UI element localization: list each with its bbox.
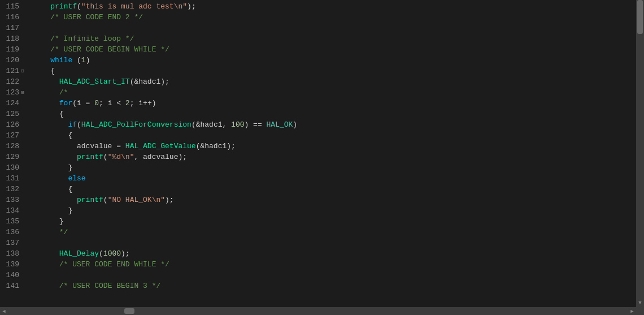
token-plain: ) bbox=[293, 120, 297, 129]
scroll-right-button[interactable]: ▶ bbox=[628, 307, 636, 315]
token-plain bbox=[33, 13, 50, 21]
code-line: } bbox=[33, 216, 297, 227]
line-number-row: 137 bbox=[0, 238, 29, 248]
token-fn: HAL_ADC_Start_IT bbox=[59, 77, 130, 86]
token-fn: printf bbox=[77, 196, 103, 204]
line-number: 139 bbox=[0, 260, 19, 269]
scroll-down-button[interactable]: ▼ bbox=[636, 299, 644, 307]
token-plain: ) == bbox=[245, 120, 267, 129]
token-plain: (&hadc1, bbox=[192, 120, 231, 129]
token-num: 0 bbox=[94, 99, 99, 107]
vertical-scrollbar[interactable]: ▲ ▼ bbox=[636, 0, 644, 307]
token-plain bbox=[33, 77, 59, 86]
code-line: for(i = 0; i < 2; i++) bbox=[33, 98, 297, 109]
token-plain bbox=[33, 56, 50, 64]
token-cm: */ bbox=[59, 228, 68, 236]
token-plain: ); bbox=[165, 196, 174, 204]
line-number-row: 120 bbox=[0, 55, 29, 66]
line-number: 137 bbox=[0, 239, 19, 247]
token-plain bbox=[33, 153, 77, 161]
token-plain: { bbox=[33, 67, 55, 75]
token-plain bbox=[33, 174, 68, 183]
fold-collapse-icon[interactable]: ⊟ bbox=[19, 89, 26, 96]
code-line bbox=[33, 270, 297, 281]
token-plain: ( bbox=[77, 2, 81, 11]
code-line bbox=[33, 23, 297, 33]
line-number: 119 bbox=[0, 45, 19, 54]
token-str: "this is mul adc test\n" bbox=[81, 2, 187, 11]
token-plain bbox=[33, 260, 59, 269]
token-str: "%d\n" bbox=[108, 153, 134, 161]
token-plain: } bbox=[33, 217, 64, 226]
line-number: 130 bbox=[0, 163, 19, 172]
token-plain: (i = bbox=[72, 99, 94, 107]
token-plain: ( bbox=[99, 249, 103, 258]
line-number: 138 bbox=[0, 249, 19, 258]
line-number: 121 bbox=[0, 67, 19, 75]
token-plain: } bbox=[33, 163, 72, 172]
code-line: printf("%d\n", adcvalue); bbox=[33, 152, 297, 162]
token-plain bbox=[33, 120, 68, 129]
line-number-row: 130 bbox=[0, 162, 29, 173]
line-number: 140 bbox=[0, 271, 19, 279]
line-number: 125 bbox=[0, 110, 19, 118]
code-line: HAL_Delay(1000); bbox=[33, 248, 297, 259]
line-number-row: 128 bbox=[0, 141, 29, 152]
token-plain: { bbox=[33, 110, 64, 118]
token-plain bbox=[33, 196, 77, 204]
token-fn: HAL_Delay bbox=[59, 249, 99, 258]
token-plain: (&hadc1); bbox=[196, 142, 236, 150]
code-line: /* USER CODE END WHILE */ bbox=[33, 259, 297, 270]
token-plain: { bbox=[33, 131, 72, 140]
fold-collapse-icon[interactable]: ⊟ bbox=[19, 68, 26, 74]
token-kw: else bbox=[68, 174, 85, 183]
token-cm: /* bbox=[59, 88, 68, 97]
code-line: /* USER CODE BEGIN 3 */ bbox=[33, 281, 297, 291]
token-cm: /* USER CODE END WHILE */ bbox=[59, 260, 169, 269]
token-fn: printf bbox=[50, 2, 77, 11]
line-number-row: 119 bbox=[0, 44, 29, 55]
code-line: } bbox=[33, 205, 297, 216]
token-plain: adcvalue = bbox=[33, 142, 125, 150]
line-number-row: 131 bbox=[0, 173, 29, 184]
line-number-row: 117 bbox=[0, 23, 29, 33]
line-number-row: 115 bbox=[0, 1, 29, 12]
code-line: { bbox=[33, 66, 297, 76]
token-plain: { bbox=[33, 185, 72, 193]
vertical-scrollbar-thumb[interactable] bbox=[637, 0, 643, 34]
token-num: 2 bbox=[125, 99, 130, 107]
line-number: 136 bbox=[0, 228, 19, 236]
token-kw: if bbox=[68, 120, 77, 129]
token-plain bbox=[33, 99, 59, 107]
code-line: */ bbox=[33, 227, 297, 238]
code-column: printf("this is mul adc test\n"); /* USE… bbox=[29, 0, 297, 315]
line-number-row: 126 bbox=[0, 119, 29, 130]
lines-wrapper: 115116117118119120121⊟122123⊟12412512612… bbox=[0, 0, 297, 315]
editor-container: 115116117118119120121⊟122123⊟12412512612… bbox=[0, 0, 644, 315]
line-number: 117 bbox=[0, 24, 19, 32]
line-number: 128 bbox=[0, 142, 19, 150]
main-content: 115116117118119120121⊟122123⊟12412512612… bbox=[0, 0, 644, 315]
line-number-row: 133 bbox=[0, 195, 29, 205]
code-line: /* bbox=[33, 87, 297, 98]
horizontal-scrollbar[interactable]: ◀ ▶ bbox=[0, 307, 636, 315]
line-number: 120 bbox=[0, 56, 19, 64]
scroll-left-button[interactable]: ◀ bbox=[0, 307, 8, 315]
line-number-row: 134 bbox=[0, 205, 29, 216]
code-line: else bbox=[33, 173, 297, 184]
code-line: } bbox=[33, 162, 297, 173]
code-line: /* USER CODE BEGIN WHILE */ bbox=[33, 44, 297, 55]
token-num: 1 bbox=[81, 56, 86, 64]
line-number-row: 127 bbox=[0, 130, 29, 141]
token-plain bbox=[33, 88, 59, 97]
token-plain bbox=[33, 34, 50, 43]
token-cm: /* USER CODE END 2 */ bbox=[50, 13, 143, 21]
token-plain bbox=[33, 249, 59, 258]
line-number-row: 125 bbox=[0, 109, 29, 119]
line-number: 141 bbox=[0, 282, 19, 290]
horizontal-scrollbar-thumb[interactable] bbox=[124, 308, 134, 314]
code-line: adcvalue = HAL_ADC_GetValue(&hadc1); bbox=[33, 141, 297, 152]
line-number: 132 bbox=[0, 185, 19, 193]
token-cm: /* Infinite loop */ bbox=[50, 34, 134, 43]
token-fn: HAL_ADC_GetValue bbox=[125, 142, 196, 150]
